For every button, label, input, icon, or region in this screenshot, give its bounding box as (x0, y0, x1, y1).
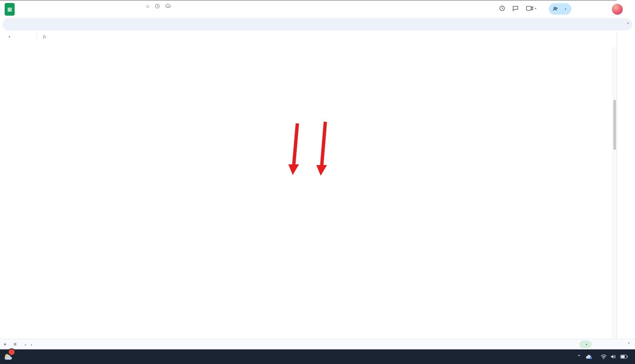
tab-scroll-left-icon[interactable]: ‹ (25, 342, 26, 347)
tray-hidden-icons-chevron[interactable]: ⌃ (577, 354, 581, 360)
onedrive-icon[interactable]: i (585, 354, 593, 359)
move-folder-icon[interactable] (155, 4, 160, 10)
share-button[interactable]: ▼ (549, 3, 571, 15)
weather-badge (8, 348, 15, 356)
frozen-row-divider (0, 0, 617, 1)
tab-scroll-right-icon[interactable]: › (31, 342, 32, 347)
name-box[interactable]: ▼ (0, 36, 37, 38)
all-sheets-button[interactable]: ≡ (10, 341, 20, 347)
comments-icon[interactable] (511, 4, 520, 13)
system-tray: ⌃ i (577, 349, 632, 364)
sum-indicator[interactable]: ▼ (579, 340, 592, 348)
sum-caret-icon: ▼ (585, 343, 588, 346)
battery-icon[interactable] (620, 355, 628, 359)
formula-bar: ▼ fx (0, 32, 635, 42)
meet-camera-icon[interactable]: ▼ (524, 4, 538, 13)
sheets-logo-icon[interactable]: ▦ (5, 3, 15, 16)
show-side-panel-icon[interactable]: › (628, 340, 630, 345)
side-panel: 31 + (617, 32, 635, 339)
people-lock-icon (553, 6, 558, 12)
avatar[interactable] (611, 3, 623, 15)
vertical-scrollbar-thumb[interactable] (613, 100, 616, 150)
spreadsheet-grid[interactable] (0, 41, 617, 339)
taskbar: ⌃ i (0, 349, 635, 364)
cloud-status-icon[interactable] (165, 4, 171, 9)
version-history-icon[interactable] (498, 4, 506, 13)
fx-icon: fx (43, 34, 46, 39)
volume-icon[interactable] (611, 354, 616, 359)
toolbar-collapse-icon[interactable]: ⌃ (626, 22, 630, 27)
svg-text:i: i (591, 357, 591, 359)
star-icon[interactable]: ☆ (146, 4, 150, 9)
taskbar-weather-widget[interactable] (3, 352, 16, 361)
sheet-tab-bar: + ≡ ‹ › ▼ (0, 339, 635, 350)
wifi-icon[interactable] (601, 354, 607, 359)
share-caret-icon: ▼ (564, 8, 567, 10)
toolbar (3, 18, 632, 31)
add-sheet-button[interactable]: + (0, 341, 10, 347)
name-box-caret-icon: ▼ (8, 36, 11, 38)
title-bar: ▦ ☆ ▼ ▼ (0, 0, 635, 17)
